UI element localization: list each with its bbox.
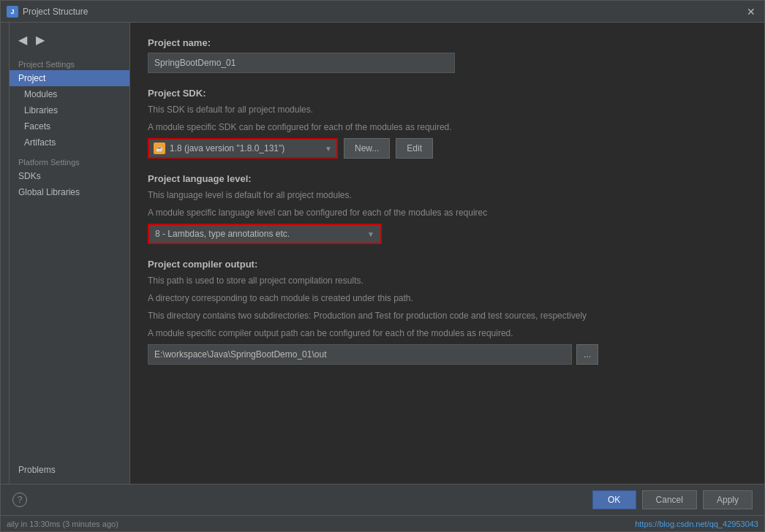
sdk-row: ☕ 1.8 (java version "1.8.0_131") ▼ New..… xyxy=(148,138,747,159)
forward-button[interactable]: ▶ xyxy=(33,31,48,48)
title-bar: J Project Structure ✕ xyxy=(1,1,764,23)
language-dropdown[interactable]: 8 - Lambdas, type annotations etc. ▼ xyxy=(148,224,382,244)
compiler-output-label: Project compiler output: xyxy=(148,259,747,270)
ok-button[interactable]: OK xyxy=(592,490,636,509)
compiler-output-input[interactable] xyxy=(148,344,572,365)
project-settings-label: Project Settings xyxy=(10,57,129,70)
sidebar: ◀ ▶ Project Settings Project Modules Lib… xyxy=(10,23,130,484)
title-bar-text: Project Structure xyxy=(23,7,744,17)
compiler-output-desc3: This directory contains two subdirectori… xyxy=(148,309,747,322)
help-button[interactable]: ? xyxy=(12,493,27,507)
sdk-value: 1.8 (java version "1.8.0_131") xyxy=(170,143,284,153)
project-name-input[interactable] xyxy=(148,53,455,73)
browse-button[interactable]: ... xyxy=(576,344,598,365)
project-language-desc1: This language level is default for all p… xyxy=(148,189,747,202)
sidebar-item-project[interactable]: Project xyxy=(10,70,129,86)
project-sdk-desc1: This SDK is default for all project modu… xyxy=(148,103,747,116)
close-button[interactable]: ✕ xyxy=(744,4,758,19)
sidebar-item-problems[interactable]: Problems xyxy=(10,462,129,478)
project-name-label: Project name: xyxy=(148,37,747,48)
sidebar-item-global-libraries[interactable]: Global Libraries xyxy=(10,184,129,200)
project-name-group: Project name: xyxy=(148,37,747,73)
sdk-edit-button[interactable]: Edit xyxy=(396,138,433,159)
sdk-dropdown-arrow: ▼ xyxy=(325,145,332,153)
project-language-group: Project language level: This language le… xyxy=(148,173,747,244)
sidebar-item-sdks[interactable]: SDKs xyxy=(10,168,129,184)
status-text: aily in 13:30ms (3 minutes ago) xyxy=(7,520,118,528)
project-language-desc2: A module specific language level can be … xyxy=(148,206,747,219)
status-bar: aily in 13:30ms (3 minutes ago) https://… xyxy=(1,515,764,531)
apply-button[interactable]: Apply xyxy=(703,490,753,509)
sdk-java-icon: ☕ xyxy=(154,142,165,154)
language-value: 8 - Lambdas, type annotations etc. xyxy=(155,229,290,239)
main-content: ◀ ▶ Project Settings Project Modules Lib… xyxy=(1,23,764,484)
sdk-new-button[interactable]: New... xyxy=(344,138,390,159)
sidebar-item-modules[interactable]: Modules xyxy=(10,86,129,102)
platform-settings-label: Platform Settings xyxy=(10,155,129,168)
compiler-output-desc2: A directory corresponding to each module… xyxy=(148,292,747,305)
content-panel: Project name: Project SDK: This SDK is d… xyxy=(130,23,764,484)
compiler-output-row: ... xyxy=(148,344,747,365)
sidebar-item-facets[interactable]: Facets xyxy=(10,118,129,134)
back-button[interactable]: ◀ xyxy=(15,31,30,48)
sdk-dropdown[interactable]: ☕ 1.8 (java version "1.8.0_131") ▼ xyxy=(148,138,338,159)
footer: ? OK Cancel Apply xyxy=(1,484,764,515)
compiler-output-group: Project compiler output: This path is us… xyxy=(148,259,747,365)
project-sdk-group: Project SDK: This SDK is default for all… xyxy=(148,88,747,159)
left-strip xyxy=(1,23,10,484)
footer-left: ? xyxy=(12,493,587,507)
language-dropdown-arrow: ▼ xyxy=(367,230,374,238)
project-sdk-desc2: A module specific SDK can be configured … xyxy=(148,121,747,134)
dialog-window: J Project Structure ✕ ◀ ▶ Project Settin… xyxy=(0,0,765,532)
compiler-output-desc4: A module specific compiler output path c… xyxy=(148,327,747,340)
compiler-output-desc1: This path is used to store all project c… xyxy=(148,274,747,287)
cancel-button[interactable]: Cancel xyxy=(642,490,697,509)
sidebar-item-artifacts[interactable]: Artifacts xyxy=(10,134,129,151)
project-language-label: Project language level: xyxy=(148,173,747,184)
project-sdk-label: Project SDK: xyxy=(148,88,747,99)
sidebar-item-libraries[interactable]: Libraries xyxy=(10,102,129,118)
nav-buttons: ◀ ▶ xyxy=(10,28,129,51)
url-link[interactable]: https://blog.csdn.net/qq_42953043 xyxy=(635,520,758,528)
app-icon: J xyxy=(7,6,18,18)
